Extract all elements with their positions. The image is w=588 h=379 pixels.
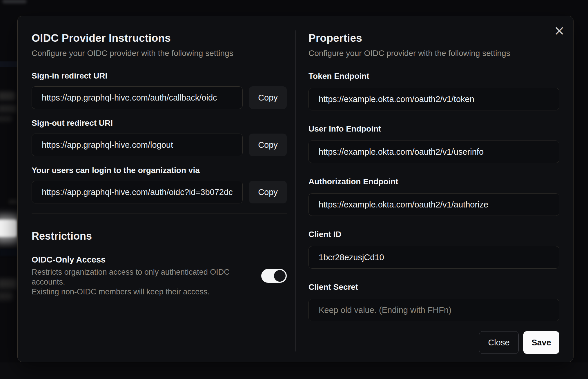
copy-button[interactable]: Copy (249, 181, 287, 203)
userinfo-endpoint-field: User Info Endpoint (308, 124, 559, 163)
properties-title: Properties (308, 32, 559, 44)
section-divider (32, 214, 287, 214)
instructions-panel: OIDC Provider Instructions Configure you… (18, 16, 295, 362)
signout-redirect-field: Sign-out redirect URI Copy (32, 119, 287, 156)
authorization-endpoint-input[interactable] (308, 193, 559, 216)
oidc-settings-dialog: × OIDC Provider Instructions Configure y… (17, 16, 574, 362)
client-id-input[interactable] (308, 246, 559, 269)
instructions-subtitle: Configure your OIDC provider with the fo… (32, 49, 287, 58)
background-fragment (0, 61, 17, 67)
login-url-label: Your users can login to the organization… (32, 166, 287, 175)
instructions-title: OIDC Provider Instructions (32, 32, 287, 44)
client-secret-label: Client Secret (308, 283, 559, 292)
dialog-footer: Close Save (308, 331, 559, 354)
login-url-input[interactable] (32, 181, 243, 203)
close-button[interactable]: Close (479, 331, 519, 354)
background-fragment (9, 199, 17, 204)
signin-redirect-input[interactable] (32, 86, 243, 109)
save-button[interactable]: Save (523, 331, 559, 354)
login-url-field: Your users can login to the organization… (32, 166, 287, 203)
token-endpoint-label: Token Endpoint (308, 72, 559, 81)
client-id-field: Client ID (308, 230, 559, 269)
background-fragment (0, 362, 588, 379)
signin-redirect-field: Sign-in redirect URI Copy (32, 71, 287, 109)
oidc-only-access-toggle[interactable] (261, 269, 287, 283)
client-id-label: Client ID (308, 230, 559, 239)
background-fragment (2, 0, 27, 3)
copy-button[interactable]: Copy (249, 134, 287, 156)
authorization-endpoint-field: Authorization Endpoint (308, 177, 559, 216)
oidc-only-access-text: OIDC-Only Access Restricts organization … (32, 255, 261, 297)
client-secret-field: Client Secret (308, 283, 559, 321)
userinfo-endpoint-input[interactable] (308, 141, 559, 163)
background-fragment (0, 105, 16, 112)
authorization-endpoint-label: Authorization Endpoint (308, 177, 559, 186)
token-endpoint-field: Token Endpoint (308, 72, 559, 110)
copy-button[interactable]: Copy (249, 86, 287, 109)
signin-redirect-label: Sign-in redirect URI (32, 71, 287, 81)
background-fragment (0, 249, 17, 256)
properties-panel: Properties Configure your OIDC provider … (296, 16, 573, 362)
oidc-only-access-description: Existing non-OIDC members will keep thei… (32, 287, 261, 297)
page-background: × OIDC Provider Instructions Configure y… (0, 0, 588, 379)
oidc-only-access-description: Restricts organization access to only au… (32, 267, 261, 287)
signout-redirect-label: Sign-out redirect URI (32, 119, 287, 128)
userinfo-endpoint-label: User Info Endpoint (308, 124, 559, 134)
background-fragment (0, 92, 15, 100)
background-fragment (0, 292, 13, 300)
background-fragment (0, 279, 17, 289)
properties-subtitle: Configure your OIDC provider with the fo… (308, 49, 559, 58)
client-secret-input[interactable] (308, 299, 559, 321)
oidc-only-access-row: OIDC-Only Access Restricts organization … (32, 255, 287, 297)
restrictions-heading: Restrictions (32, 230, 287, 242)
toggle-knob (274, 270, 286, 282)
background-fragment (0, 116, 12, 122)
background-fragment (0, 220, 17, 237)
signout-redirect-input[interactable] (32, 134, 243, 156)
token-endpoint-input[interactable] (308, 88, 559, 110)
background-fragment (0, 215, 19, 243)
oidc-only-access-label: OIDC-Only Access (32, 255, 261, 265)
